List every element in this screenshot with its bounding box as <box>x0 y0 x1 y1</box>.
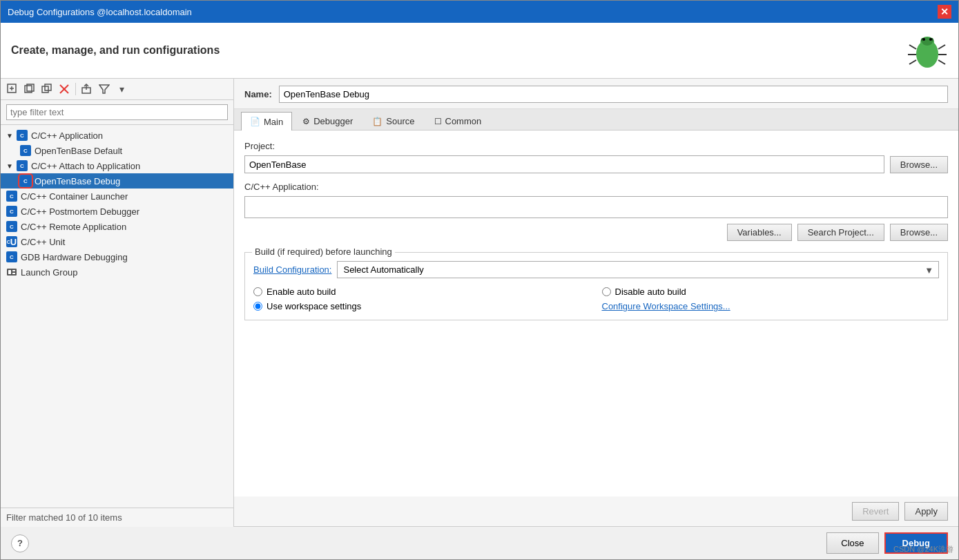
tree-label-launch-group: Launch Group <box>21 267 77 278</box>
debug-configurations-dialog: Debug Configurations @localhost.localdom… <box>0 0 959 560</box>
configure-workspace-link[interactable]: Configure Workspace Settings... <box>602 301 730 311</box>
new-config-button[interactable] <box>5 81 20 97</box>
svg-rect-27 <box>12 270 15 271</box>
tab-common-label: Common <box>445 116 482 126</box>
svg-line-7 <box>938 45 945 49</box>
main-tab-icon: 📄 <box>250 117 260 126</box>
name-input[interactable] <box>279 86 948 103</box>
tab-debugger[interactable]: ⚙ Debugger <box>293 112 362 130</box>
filter-status: Filter matched 10 of 10 items <box>1 508 233 527</box>
svg-line-9 <box>938 60 945 64</box>
tree-item-gdb-hw[interactable]: C GDB Hardware Debugging <box>1 249 233 264</box>
filter-button[interactable] <box>97 81 112 97</box>
tree-item-cpp-unit[interactable]: CU C/C++ Unit <box>1 234 233 249</box>
c-icon-gdb: C <box>6 251 17 262</box>
tree-item-opentenbase-debug[interactable]: C OpenTenBase Debug <box>1 173 233 189</box>
svg-line-4 <box>909 45 916 49</box>
build-section-legend: Build (if required) before launching <box>252 247 395 257</box>
expand-arrow-cpp-attach: ▼ <box>6 162 13 170</box>
tree-label-cpp-unit: C/C++ Unit <box>21 237 65 247</box>
toolbar-separator-1 <box>75 83 76 95</box>
close-window-button[interactable]: ✕ <box>938 5 951 19</box>
tree-label-cpp-remote: C/C++ Remote Application <box>21 222 126 232</box>
build-config-row: Build Configuration: Select Automaticall… <box>253 261 939 278</box>
tree-item-cpp-postmortem[interactable]: C C/C++ Postmortem Debugger <box>1 204 233 219</box>
tab-debugger-label: Debugger <box>313 116 353 126</box>
cu-icon-unit: CU <box>6 236 17 247</box>
radio-use-workspace: Use workspace settings <box>253 301 591 311</box>
common-tab-icon: ☐ <box>434 117 442 126</box>
search-project-button[interactable]: Search Project... <box>797 224 884 241</box>
configure-workspace-row: Configure Workspace Settings... <box>602 301 940 311</box>
launch-group-icon <box>6 267 17 278</box>
more-dropdown-button[interactable]: ▾ <box>114 81 129 97</box>
debugger-tab-icon: ⚙ <box>302 117 310 126</box>
tree-item-cpp-attach[interactable]: ▼ C C/C++ Attach to Application <box>1 158 233 173</box>
name-row: Name: <box>234 79 958 109</box>
tab-main[interactable]: 📄 Main <box>241 112 292 131</box>
tabs-bar: 📄 Main ⚙ Debugger 📋 Source ☐ Common <box>234 109 958 131</box>
export-button[interactable] <box>79 81 95 97</box>
title-bar: Debug Configurations @localhost.localdom… <box>1 1 958 23</box>
radio-enable-auto: Enable auto build <box>253 287 591 297</box>
dialog-title: Debug Configurations @localhost.localdom… <box>8 7 192 17</box>
app-label: C/C++ Application: <box>244 182 948 192</box>
help-button[interactable]: ? <box>11 534 29 552</box>
project-label: Project: <box>244 141 948 151</box>
tab-common[interactable]: ☐ Common <box>425 112 491 130</box>
tree-item-cpp-remote[interactable]: C C/C++ Remote Application <box>1 219 233 234</box>
tree-item-launch-group[interactable]: Launch Group <box>1 264 233 280</box>
radio-disable-auto: Disable auto build <box>602 287 940 297</box>
c-icon-default: C <box>20 145 31 156</box>
tree-item-opentenbase-default[interactable]: C OpenTenBase Default <box>1 143 233 158</box>
build-configuration-link[interactable]: Build Configuration: <box>253 264 331 275</box>
dialog-header-title: Create, manage, and run configurations <box>11 44 220 57</box>
c-icon-cpp-app: C <box>17 130 28 141</box>
project-input[interactable] <box>244 155 884 173</box>
build-config-select[interactable]: Select Automatically Debug Release <box>337 261 939 278</box>
tab-source-label: Source <box>386 116 414 126</box>
use-workspace-label: Use workspace settings <box>267 301 361 311</box>
revert-button[interactable]: Revert <box>852 502 899 521</box>
variables-button[interactable]: Variables... <box>727 224 792 241</box>
right-panel: Name: 📄 Main ⚙ Debugger 📋 Source ☐ <box>234 79 958 527</box>
tree-item-cpp-container[interactable]: C C/C++ Container Launcher <box>1 189 233 204</box>
disable-auto-radio[interactable] <box>602 287 611 296</box>
build-config-select-wrap: Select Automatically Debug Release ▼ <box>337 261 939 278</box>
enable-auto-label: Enable auto build <box>267 287 336 297</box>
toolbar: ▾ <box>1 79 233 100</box>
c-icon-debug: C <box>20 175 31 186</box>
svg-marker-24 <box>99 85 109 93</box>
watermark: CSDN @24K洗游 <box>893 544 953 554</box>
new-prototype-button[interactable] <box>22 81 37 97</box>
svg-point-12 <box>929 38 932 41</box>
tree-label-cpp-postmortem: C/C++ Postmortem Debugger <box>21 206 139 217</box>
project-row: Browse... <box>244 155 948 173</box>
bug-icon <box>907 30 948 71</box>
tree-item-cpp-app[interactable]: ▼ C C/C++ Application <box>1 128 233 143</box>
dialog-header: Create, manage, and run configurations <box>1 23 958 79</box>
project-browse-button[interactable]: Browse... <box>890 156 948 173</box>
enable-auto-radio[interactable] <box>253 287 262 296</box>
app-browse-button[interactable]: Browse... <box>890 224 948 241</box>
c-icon-container: C <box>6 191 17 202</box>
configuration-tree: ▼ C C/C++ Application C OpenTenBase Defa… <box>1 125 233 508</box>
apply-button[interactable]: Apply <box>904 502 948 521</box>
duplicate-button[interactable] <box>39 81 55 97</box>
close-dialog-button[interactable]: Close <box>826 532 878 554</box>
radio-options-grid: Enable auto build Disable auto build Use… <box>253 287 939 311</box>
delete-button[interactable] <box>57 81 72 97</box>
tab-source[interactable]: 📋 Source <box>363 112 423 130</box>
tab-main-label: Main <box>264 117 283 127</box>
filter-input-wrap <box>1 100 233 125</box>
disable-auto-label: Disable auto build <box>615 287 686 297</box>
tree-label-gdb-hw: GDB Hardware Debugging <box>21 252 128 262</box>
main-tab-content: Project: Browse... C/C++ Application: Va… <box>234 131 958 496</box>
expand-arrow-cpp-app: ▼ <box>6 132 13 139</box>
app-input[interactable] <box>244 196 948 218</box>
filter-input[interactable] <box>6 104 228 120</box>
name-label: Name: <box>244 89 272 99</box>
svg-line-6 <box>909 60 916 64</box>
use-workspace-radio[interactable] <box>253 302 262 311</box>
left-panel: ▾ ▼ C C/C++ Application C OpenTenBase De… <box>1 79 234 527</box>
